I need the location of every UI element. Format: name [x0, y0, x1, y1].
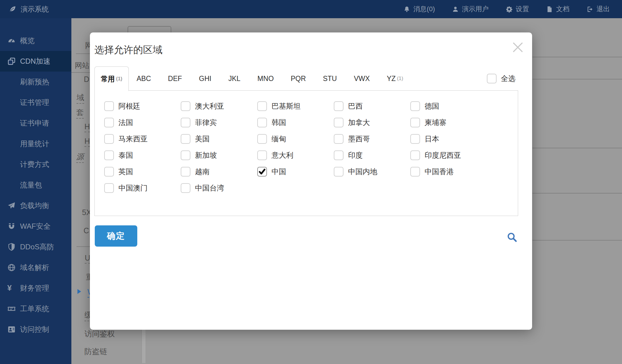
- region-checkbox[interactable]: [181, 118, 190, 127]
- region-checkbox[interactable]: [334, 167, 343, 177]
- region-checkbox[interactable]: [181, 167, 190, 177]
- background-divider: [532, 148, 622, 148]
- region-checkbox[interactable]: [104, 118, 114, 127]
- region-checkbox[interactable]: [334, 118, 343, 127]
- region-label: 巴基斯坦: [272, 101, 301, 111]
- region-option: 菲律宾: [181, 114, 257, 131]
- region-checkbox[interactable]: [410, 101, 420, 111]
- background-text-fragment: C: [84, 226, 89, 235]
- region-checkbox[interactable]: [257, 101, 267, 111]
- sidebar-item[interactable]: 负载均衡: [0, 195, 71, 216]
- sidebar-item-label: 工单系统: [20, 304, 49, 314]
- region-checkbox[interactable]: [104, 183, 114, 193]
- region-checkbox[interactable]: [410, 118, 420, 127]
- tab-label: ABC: [137, 75, 151, 83]
- sidebar-item[interactable]: 概览: [0, 30, 71, 51]
- region-option: 意大利: [257, 147, 334, 163]
- sidebar-item[interactable]: 用量统计: [0, 133, 71, 154]
- sidebar-item-label: 域名解析: [20, 263, 49, 272]
- background-text-fragment: H: [84, 137, 90, 147]
- region-option: 越南: [181, 163, 257, 180]
- region-checkbox[interactable]: [181, 134, 190, 144]
- navbar-item-label: 演示用户: [462, 5, 489, 14]
- navbar-item-label: 文档: [556, 5, 569, 14]
- region-checkbox[interactable]: [104, 134, 114, 144]
- region-option: 法国: [104, 114, 181, 131]
- region-option: 马来西亚: [104, 131, 181, 147]
- navbar-item[interactable]: 设置: [506, 5, 529, 14]
- sidebar: 概览 CDN加速 刷新预热 证书管理 证书申请: [0, 18, 71, 364]
- sidebar-item-label: 财务管理: [20, 283, 49, 293]
- user-icon: [452, 6, 459, 13]
- region-option: 中国香港: [410, 163, 487, 180]
- region-option: 中国澳门: [104, 180, 181, 196]
- sidebar-item[interactable]: DDoS高防: [0, 237, 71, 257]
- region-group-tab[interactable]: YZ (1): [379, 66, 411, 91]
- region-checkbox[interactable]: [181, 183, 190, 193]
- sidebar-item[interactable]: WAF安全: [0, 216, 71, 237]
- navbar-item[interactable]: 退出: [586, 5, 610, 14]
- region-checkbox[interactable]: [181, 150, 190, 160]
- navbar-item[interactable]: 消息(0): [403, 5, 435, 14]
- region-checkbox[interactable]: [257, 118, 267, 127]
- region-checkbox[interactable]: [334, 134, 343, 144]
- region-option: 新加坡: [181, 147, 257, 163]
- select-all-checkbox[interactable]: [487, 74, 497, 83]
- region-label: 印度: [348, 150, 363, 160]
- sidebar-item[interactable]: 证书申请: [0, 113, 71, 133]
- regions-panel: 阿根廷 澳大利亚 巴基斯坦: [94, 90, 518, 216]
- region-group-tab[interactable]: STU: [315, 66, 346, 91]
- tab-label: PQR: [291, 75, 306, 83]
- sidebar-item[interactable]: 访问控制: [0, 319, 71, 340]
- region-checkbox[interactable]: [257, 150, 267, 160]
- region-checkbox[interactable]: [410, 167, 420, 177]
- region-checkbox[interactable]: [181, 101, 190, 111]
- region-group-tab[interactable]: GHI: [191, 66, 220, 91]
- sidebar-item[interactable]: 工单系统: [0, 298, 71, 319]
- region-checkbox[interactable]: [104, 167, 114, 177]
- navbar-item-label: 消息(0): [413, 5, 435, 14]
- region-group-tab[interactable]: JKL: [220, 66, 250, 91]
- region-group-tab[interactable]: PQR: [283, 66, 315, 91]
- region-checkbox[interactable]: [410, 134, 420, 144]
- logout-icon: [586, 6, 593, 13]
- sidebar-item[interactable]: 域名解析: [0, 257, 71, 278]
- sidebar-item[interactable]: 证书管理: [0, 92, 71, 113]
- confirm-button[interactable]: 确定: [95, 225, 137, 247]
- tab-label: GHI: [199, 75, 211, 83]
- region-group-tab[interactable]: DEF: [160, 66, 191, 91]
- region-checkbox[interactable]: [104, 150, 114, 160]
- background-text-fragment: 源: [76, 152, 84, 163]
- region-group-tab[interactable]: 常用 (1): [94, 66, 129, 91]
- tab-label: STU: [323, 75, 337, 83]
- region-group-tab[interactable]: VWX: [346, 66, 379, 91]
- sidebar-item[interactable]: 流量包: [0, 175, 71, 195]
- background-text-fragment: 访问鉴权: [84, 329, 115, 339]
- region-checkbox[interactable]: [410, 150, 420, 160]
- region-group-tab[interactable]: MNO: [250, 66, 283, 91]
- region-checkbox[interactable]: [257, 134, 267, 144]
- region-option: 加拿大: [334, 114, 410, 131]
- tab-label: JKL: [228, 75, 241, 83]
- sidebar-item[interactable]: 刷新预热: [0, 72, 71, 92]
- search-icon[interactable]: [507, 232, 518, 243]
- region-label: 新加坡: [195, 150, 217, 160]
- navbar-item[interactable]: 文档: [546, 5, 569, 14]
- sidebar-item[interactable]: ¥ 财务管理: [0, 278, 71, 298]
- background-scrollbar[interactable]: [142, 330, 145, 363]
- region-group-tab[interactable]: ABC: [129, 66, 160, 91]
- select-all-control: 全选: [487, 74, 515, 83]
- region-checkbox[interactable]: [104, 101, 114, 111]
- region-option: 美国: [181, 131, 257, 147]
- region-checkbox[interactable]: [334, 150, 343, 160]
- top-navbar: 演示系统 消息(0) 演示用户 设置 文档: [0, 0, 622, 18]
- sidebar-item[interactable]: CDN加速: [0, 51, 71, 72]
- region-label: 中国内地: [348, 167, 377, 177]
- bell-icon: [403, 6, 410, 13]
- region-checkbox[interactable]: [257, 167, 267, 177]
- close-icon[interactable]: [511, 40, 525, 54]
- region-checkbox[interactable]: [334, 101, 343, 111]
- sidebar-item[interactable]: 计费方式: [0, 154, 71, 175]
- navbar-item[interactable]: 演示用户: [452, 5, 489, 14]
- idcard-icon: [7, 325, 16, 334]
